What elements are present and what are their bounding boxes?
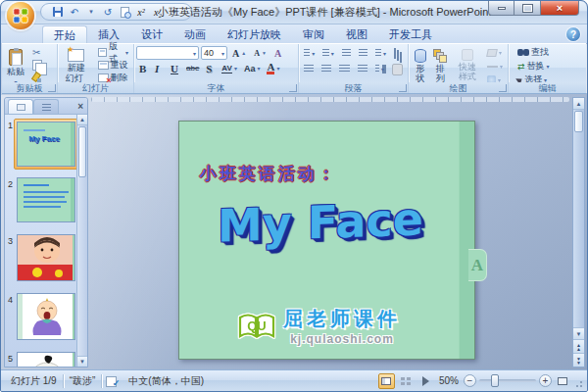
zoom-level[interactable]: 50% (439, 375, 459, 386)
previous-slide-button[interactable]: ▲▲ (573, 339, 584, 353)
paragraph-dialog-launcher[interactable] (399, 84, 407, 92)
help-button[interactable]: ? (566, 27, 580, 41)
zoom-slider-track[interactable] (479, 379, 536, 382)
slide-3-thumbnail[interactable] (17, 234, 75, 281)
tab-developer[interactable]: 开发工具 (378, 25, 443, 43)
slide-counter: 幻灯片 1/9 (5, 374, 63, 388)
tab-outline[interactable] (33, 99, 59, 114)
zoom-in-button[interactable]: + (539, 374, 552, 387)
child-photo-thumbnail (18, 235, 75, 281)
line-spacing-button[interactable]: ▾ (372, 47, 389, 60)
normal-view-button[interactable] (378, 373, 395, 389)
smartart-button[interactable] (389, 63, 406, 75)
align-left-button[interactable] (301, 63, 317, 75)
change-case-button[interactable]: Aa▾ (241, 62, 264, 74)
font-name-caret-icon: ▾ (193, 50, 196, 57)
panel-scroll-thumb[interactable] (78, 126, 86, 177)
redo-button[interactable]: ↺ (100, 5, 116, 20)
slide-subtitle[interactable]: 小班英语活动： (200, 163, 337, 185)
italic-button[interactable]: I (152, 62, 167, 74)
office-button[interactable] (7, 2, 34, 29)
underline-button[interactable]: U (168, 62, 182, 74)
slide-canvas[interactable]: A 小班英语活动： My Face QU 屈老师课件 kj.qulaoshi.c… (178, 121, 475, 360)
minimize-button[interactable] (488, 1, 514, 16)
slide-sorter-view-button[interactable] (398, 373, 415, 389)
undo-dropdown[interactable]: ▾ (83, 5, 99, 20)
fit-to-window-button[interactable] (555, 374, 570, 388)
spellcheck-icon[interactable] (106, 375, 119, 386)
bold-button[interactable]: B (136, 62, 151, 74)
shape-fill-icon (486, 49, 498, 57)
panel-tabs: × (5, 98, 87, 115)
align-center-button[interactable] (318, 63, 334, 75)
bullets-button[interactable]: ▾ (301, 47, 318, 60)
text-direction-button[interactable] (391, 47, 406, 60)
tab-view[interactable]: 视图 (335, 25, 378, 43)
character-spacing-button[interactable]: AV▾ (219, 62, 240, 74)
increase-indent-icon (359, 49, 368, 58)
next-slide-button[interactable]: ▼▼ (573, 353, 584, 367)
tab-slideshow[interactable]: 幻灯片放映 (217, 25, 292, 43)
scroll-up-button[interactable]: ▲ (573, 98, 584, 110)
strikethrough-button[interactable]: abe (183, 62, 202, 74)
clipboard-dialog-launcher[interactable] (48, 84, 56, 92)
vertical-scrollbar[interactable]: ▲ ▼ ▲▲ ▼▼ (572, 97, 585, 368)
font-dialog-launcher[interactable] (289, 84, 297, 92)
tab-slides-thumbnails[interactable] (8, 99, 33, 114)
scroll-down-button[interactable]: ▼ (573, 327, 584, 339)
layout-button[interactable]: 版式▾ (95, 46, 131, 59)
text-shadow-button[interactable]: S (203, 62, 218, 74)
theme-name[interactable]: “跋涉” (64, 374, 102, 388)
undo-button[interactable]: ↶ (67, 5, 82, 20)
font-color-button[interactable]: A▾ (264, 62, 282, 74)
columns-button[interactable]: ▾ (372, 63, 387, 75)
tab-review[interactable]: 审阅 (292, 25, 335, 43)
save-button[interactable] (50, 5, 66, 20)
watermark: QU 屈老师课件 kj.qulaoshi.com (179, 306, 459, 346)
numbering-button[interactable]: ▾ (319, 47, 336, 60)
print-preview-button[interactable] (117, 5, 132, 20)
panel-scroll-down-button[interactable]: ▼ (77, 356, 87, 367)
slide-3-number: 3 (8, 236, 13, 246)
scroll-thumb[interactable] (574, 111, 583, 132)
reset-button[interactable]: 重设 (95, 59, 131, 72)
panel-scrollbar[interactable]: ▲ ▼ (76, 115, 87, 367)
superscript-button[interactable]: x² (133, 5, 149, 20)
tab-animations[interactable]: 动画 (173, 25, 217, 43)
replace-button[interactable]: ⇄替换▾ (514, 60, 584, 73)
decrease-indent-button[interactable] (339, 47, 354, 60)
drawing-dialog-launcher[interactable] (499, 84, 507, 92)
zoom-slider-thumb[interactable] (491, 374, 499, 387)
find-button[interactable]: 查找 (514, 46, 584, 59)
clear-formatting-button[interactable]: A (271, 47, 286, 60)
slide-2-thumbnail[interactable] (17, 177, 75, 222)
restore-button[interactable] (514, 1, 540, 16)
arrange-icon (433, 49, 447, 63)
zoom-out-button[interactable]: − (464, 374, 476, 387)
font-size-combo[interactable]: 40▾ (201, 46, 227, 60)
cut-button[interactable]: ✂ (29, 46, 46, 59)
slide-title-wordart[interactable]: My Face (197, 192, 444, 254)
font-name-combo[interactable]: ▾ (136, 46, 199, 60)
slide-4-thumbnail[interactable] (17, 293, 75, 340)
justify-button[interactable] (355, 63, 370, 75)
shape-outline-button[interactable]: ▾ (484, 60, 506, 73)
tab-design[interactable]: 设计 (130, 25, 173, 43)
resize-grip[interactable] (573, 374, 583, 388)
panel-close-button[interactable]: × (77, 101, 83, 112)
align-right-button[interactable] (336, 63, 352, 75)
language-indicator[interactable]: 中文(简体，中国) (122, 374, 210, 388)
increase-indent-button[interactable] (356, 47, 370, 60)
shrink-font-button[interactable]: A▼ (251, 47, 270, 60)
copy-button[interactable] (29, 59, 46, 72)
close-button[interactable]: × (540, 1, 579, 16)
slide-1-thumbnail[interactable]: My Face (17, 122, 75, 167)
shape-fill-button[interactable]: ▾ (484, 46, 506, 59)
slide-5-thumbnail[interactable] (17, 352, 75, 367)
watermark-brand: 屈老师课件 (283, 306, 401, 332)
slideshow-view-button[interactable] (417, 373, 434, 389)
panel-scroll-up-button[interactable]: ▲ (77, 115, 87, 125)
scrollbar-bottom: ▼ ▲▲ ▼▼ (573, 327, 584, 367)
grow-font-button[interactable]: A▲ (229, 47, 249, 60)
tab-home[interactable]: 开始 (42, 25, 87, 43)
